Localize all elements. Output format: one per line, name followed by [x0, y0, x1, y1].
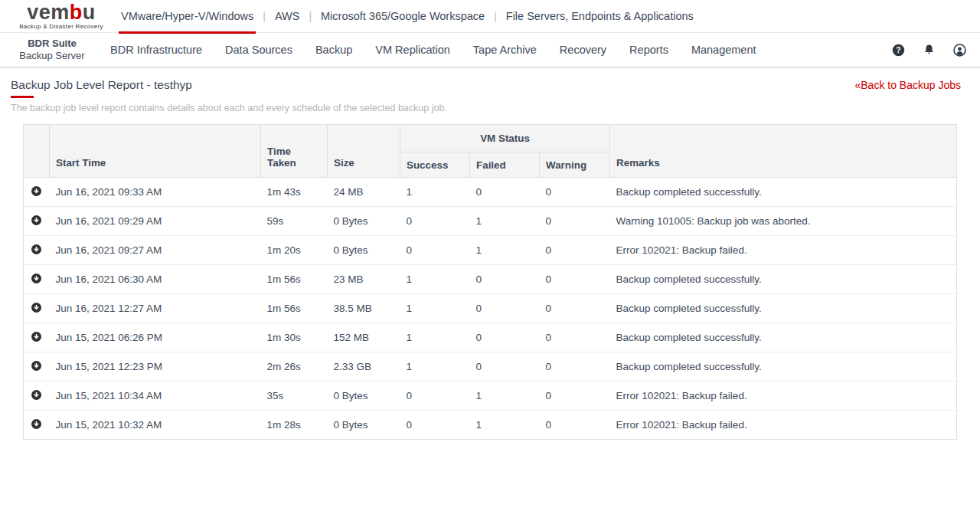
page-title: Backup Job Level Report - testhyp [11, 78, 192, 92]
cell-failed: 1 [470, 382, 540, 411]
main-nav-item[interactable]: Management [691, 44, 756, 56]
cell-remarks: Backup completed successfully. [610, 178, 957, 207]
table-row: Jun 16, 2021 12:27 AM 1m 56s 38.5 MB 1 0… [24, 294, 957, 323]
cell-time-taken: 1m 56s [261, 265, 328, 294]
cell-failed: 0 [470, 178, 540, 207]
cell-start-time: Jun 16, 2021 09:29 AM [50, 207, 261, 236]
cell-success: 1 [400, 294, 470, 323]
cell-warning: 0 [540, 236, 610, 265]
column-header-failed: Failed [470, 152, 540, 178]
column-header-start-time: Start Time [50, 125, 261, 178]
cell-success: 1 [400, 265, 470, 294]
expander-cell [24, 236, 50, 265]
table-row: Jun 15, 2021 12:23 PM 2m 26s 2.33 GB 1 0… [24, 352, 957, 382]
cell-start-time: Jun 16, 2021 09:33 AM [50, 178, 261, 207]
expand-row-icon[interactable] [31, 303, 41, 313]
cell-success: 1 [400, 323, 470, 352]
main-nav-item[interactable]: Backup [315, 44, 352, 56]
expander-cell [24, 411, 50, 440]
cell-failed: 1 [470, 411, 540, 440]
vembu-logo-wordmark: vembu [11, 2, 112, 23]
table-row: Jun 15, 2021 06:26 PM 1m 30s 152 MB 1 0 … [24, 323, 957, 352]
report-table-body: Jun 16, 2021 09:33 AM 1m 43s 24 MB 1 0 0… [24, 178, 957, 440]
expander-cell [24, 323, 50, 352]
cell-size: 0 Bytes [328, 382, 400, 411]
expand-row-icon[interactable] [31, 361, 41, 371]
table-row: Jun 16, 2021 09:27 AM 1m 20s 0 Bytes 0 1… [24, 236, 957, 265]
cell-start-time: Jun 15, 2021 10:34 AM [50, 382, 261, 411]
main-nav-item[interactable]: Recovery [560, 44, 606, 56]
cell-success: 1 [400, 352, 470, 382]
cell-size: 0 Bytes [328, 411, 400, 440]
expand-row-icon[interactable] [31, 244, 41, 254]
main-nav-bar: BDR Suite Backup Server BDR Infrastructu… [0, 33, 980, 68]
cell-success: 0 [400, 236, 470, 265]
cell-remarks: Error 102021: Backup failed. [610, 236, 957, 265]
main-nav-item[interactable]: BDR Infrastructure [110, 44, 202, 56]
user-icon[interactable] [953, 44, 966, 57]
server-subtitle: Backup Server [2, 50, 103, 62]
product-nav-item[interactable]: File Servers, Endpoints & Applications [506, 0, 694, 32]
cell-success: 0 [400, 382, 470, 411]
column-header-time-taken: Time Taken [261, 125, 328, 178]
product-nav-item[interactable]: VMware/Hyper-V/Windows [121, 0, 253, 32]
cell-remarks: Backup completed successfully. [610, 323, 957, 352]
cell-failed: 0 [470, 294, 540, 323]
expand-row-icon[interactable] [31, 215, 41, 225]
expand-row-icon[interactable] [31, 186, 41, 196]
title-accent-rule [11, 96, 34, 98]
cell-warning: 0 [540, 323, 610, 352]
table-row: Jun 16, 2021 06:30 AM 1m 56s 23 MB 1 0 0… [24, 265, 957, 294]
cell-failed: 0 [470, 265, 540, 294]
table-row: Jun 15, 2021 10:32 AM 1m 28s 0 Bytes 0 1… [24, 411, 957, 440]
expander-cell [24, 265, 50, 294]
cell-time-taken: 1m 56s [261, 294, 328, 323]
expand-row-icon[interactable] [31, 274, 41, 283]
expand-row-icon[interactable] [31, 332, 41, 342]
cell-failed: 1 [470, 236, 540, 265]
main-nav-item[interactable]: Tape Archive [473, 44, 537, 56]
nav-separator: | [263, 10, 266, 22]
column-group-vm-status: VM Status [400, 125, 610, 152]
product-nav-item[interactable]: AWS [275, 0, 300, 32]
product-nav-item[interactable]: Microsoft 365/Google Workspace [321, 0, 485, 32]
cell-start-time: Jun 15, 2021 10:32 AM [50, 411, 261, 440]
cell-start-time: Jun 16, 2021 09:27 AM [50, 236, 261, 265]
cell-time-taken: 59s [261, 207, 328, 236]
cell-start-time: Jun 16, 2021 06:30 AM [50, 265, 261, 294]
cell-size: 0 Bytes [328, 236, 400, 265]
back-to-backup-jobs-link[interactable]: «Back to Backup Jobs [854, 79, 961, 91]
bell-icon[interactable] [923, 44, 936, 57]
nav-separator: | [309, 10, 312, 22]
cell-size: 152 MB [328, 323, 400, 352]
main-nav-item[interactable]: Reports [629, 44, 668, 56]
cell-time-taken: 1m 30s [261, 323, 328, 352]
column-header-success: Success [400, 152, 470, 178]
cell-size: 0 Bytes [328, 207, 400, 236]
expander-cell [24, 294, 50, 323]
cell-size: 38.5 MB [328, 294, 400, 323]
main-nav-item[interactable]: Data Sources [225, 44, 292, 56]
cell-size: 23 MB [328, 265, 400, 294]
expand-row-icon[interactable] [31, 419, 41, 429]
cell-success: 0 [400, 207, 470, 236]
cell-time-taken: 1m 20s [261, 236, 328, 265]
main-nav-item[interactable]: VM Replication [375, 44, 450, 56]
toolbar-icons: ? [892, 44, 966, 57]
expander-cell [24, 382, 50, 411]
help-icon[interactable]: ? [892, 44, 905, 57]
page-subtitle: The backup job level report contains det… [11, 103, 961, 113]
top-product-bar: vembu Backup & Disaster Recovery VMware/… [0, 0, 980, 33]
expander-cell [24, 178, 50, 207]
cell-warning: 0 [540, 265, 610, 294]
vembu-logo[interactable]: vembu Backup & Disaster Recovery [11, 2, 112, 30]
cell-size: 24 MB [328, 178, 400, 207]
column-header-remarks: Remarks [610, 125, 957, 178]
cell-success: 1 [400, 178, 470, 207]
nav-separator: | [494, 10, 497, 22]
server-label: BDR Suite Backup Server [2, 38, 103, 63]
cell-warning: 0 [540, 382, 610, 411]
expand-row-icon[interactable] [31, 390, 41, 400]
cell-remarks: Error 102021: Backup failed. [610, 411, 957, 440]
column-header-size: Size [328, 125, 400, 178]
